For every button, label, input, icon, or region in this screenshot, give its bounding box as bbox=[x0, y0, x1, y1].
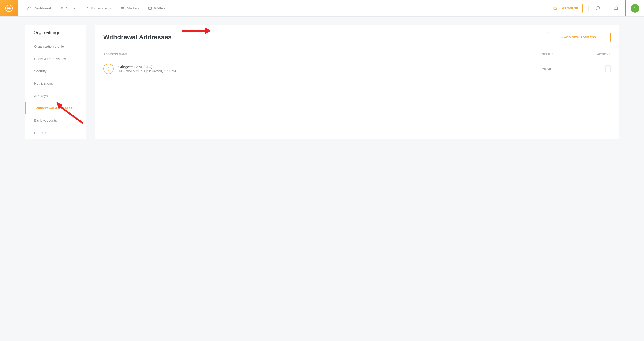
sidebar-title: Org. settings bbox=[25, 25, 86, 40]
sidebar-item-label: Withdrawal Addresses bbox=[36, 106, 72, 110]
row-status: Active bbox=[542, 67, 589, 71]
sidebar-item-bank-accounts[interactable]: Bank Accounts bbox=[25, 114, 86, 127]
sidebar-item-label: Bank Accounts bbox=[34, 119, 57, 122]
main-card: Withdrawal Addresses + ADD NEW ADDRESS A… bbox=[95, 25, 619, 139]
nav-mining[interactable]: Mining bbox=[59, 6, 76, 11]
sidebar-item-label: Security bbox=[34, 69, 46, 73]
row-actions: ⋮ bbox=[589, 66, 610, 72]
balance-prefix: ≈ bbox=[560, 6, 562, 10]
logo[interactable]: ฿฿ bbox=[0, 0, 18, 16]
nav-label: Dashboard bbox=[34, 6, 51, 10]
avatar-initial: N bbox=[634, 6, 636, 11]
content: Org. settings Organization profile Users… bbox=[0, 17, 644, 148]
nav-exchange[interactable]: Exchange bbox=[84, 6, 112, 11]
page-title: Withdrawal Addresses bbox=[103, 34, 172, 41]
sidebar-item-label: API keys bbox=[34, 94, 48, 98]
pickaxe-icon bbox=[59, 6, 64, 11]
svg-point-4 bbox=[556, 8, 556, 9]
row-name-block: Gringotts Bank (BTC) 1JuSmiAKMXfFZTEjfUe… bbox=[118, 65, 542, 73]
nav-label: Mining bbox=[66, 6, 76, 10]
sidebar-item-notifications[interactable]: Notifications bbox=[25, 77, 86, 90]
avatar[interactable]: N bbox=[631, 4, 639, 13]
row-title: Gringotts Bank (BTC) bbox=[118, 65, 542, 69]
row-actions-menu[interactable]: ⋮ bbox=[606, 66, 610, 72]
home-icon bbox=[27, 6, 32, 11]
bell-icon bbox=[614, 6, 619, 11]
sidebar-item-label: Organization profile bbox=[34, 45, 64, 48]
topbar: ฿฿ Dashboard Mining Exchange Markets Wal… bbox=[0, 0, 644, 17]
info-button[interactable] bbox=[588, 6, 607, 11]
row-address: 1JuSmiAKMXfFZTEjfUe7KAvNQXPFuYAL6F bbox=[118, 69, 542, 73]
sidebar-item-reports[interactable]: Reports bbox=[25, 127, 86, 139]
sidebar-item-withdrawal-addresses[interactable]: Withdrawal Addresses bbox=[25, 102, 86, 114]
row-currency: (BTC) bbox=[143, 65, 152, 69]
sidebar-item-security[interactable]: Security bbox=[25, 65, 86, 77]
svg-text:₿: ₿ bbox=[107, 67, 110, 71]
col-header-actions: ACTIONS bbox=[589, 53, 610, 56]
nav-items: Dashboard Mining Exchange Markets Wallet… bbox=[18, 0, 549, 16]
nav-label: Markets bbox=[127, 6, 139, 10]
bitcoin-icon: ₿ bbox=[103, 64, 114, 74]
col-header-status: STATUS bbox=[542, 53, 589, 56]
col-header-name: ADDRESS NAME bbox=[103, 53, 542, 56]
add-new-address-button[interactable]: + ADD NEW ADDRESS bbox=[546, 32, 610, 43]
stack-icon bbox=[120, 6, 125, 11]
nav-wallets[interactable]: Wallets bbox=[148, 6, 166, 11]
sidebar-item-api-keys[interactable]: API keys bbox=[25, 90, 86, 102]
wallet-icon bbox=[148, 6, 152, 11]
table-head: ADDRESS NAME STATUS ACTIONS bbox=[95, 48, 619, 60]
sidebar-item-label: Reports bbox=[34, 131, 46, 135]
balance-value: €1,768.28 bbox=[562, 6, 578, 10]
sidebar-item-users-permissions[interactable]: Users & Permissions bbox=[25, 53, 86, 65]
table-row: ₿ Gringotts Bank (BTC) 1JuSmiAKMXfFZTEjf… bbox=[95, 60, 619, 78]
sidebar: Org. settings Organization profile Users… bbox=[25, 25, 86, 139]
sidebar-item-label: Users & Permissions bbox=[34, 57, 66, 61]
accent-bar bbox=[625, 0, 626, 16]
nav-markets[interactable]: Markets bbox=[120, 6, 139, 11]
balance[interactable]: ≈ €1,768.28 bbox=[549, 4, 583, 13]
notifications-button[interactable] bbox=[607, 6, 625, 11]
wallet-icon bbox=[553, 6, 558, 11]
sidebar-item-label: Notifications bbox=[34, 82, 53, 85]
swap-icon bbox=[84, 6, 89, 11]
main-header: Withdrawal Addresses + ADD NEW ADDRESS bbox=[95, 25, 619, 48]
nav-dashboard[interactable]: Dashboard bbox=[27, 6, 51, 11]
svg-text:฿฿: ฿฿ bbox=[7, 7, 11, 10]
chevron-down-icon bbox=[109, 7, 112, 10]
nav-label: Exchange bbox=[91, 6, 107, 10]
topbar-right: ≈ €1,768.28 N bbox=[549, 0, 644, 16]
sidebar-item-org-profile[interactable]: Organization profile bbox=[25, 40, 86, 53]
nav-label: Wallets bbox=[154, 6, 166, 10]
logo-icon: ฿฿ bbox=[5, 4, 13, 12]
svg-rect-2 bbox=[148, 7, 152, 10]
row-bank-name: Gringotts Bank bbox=[118, 65, 142, 69]
info-icon bbox=[595, 6, 600, 11]
